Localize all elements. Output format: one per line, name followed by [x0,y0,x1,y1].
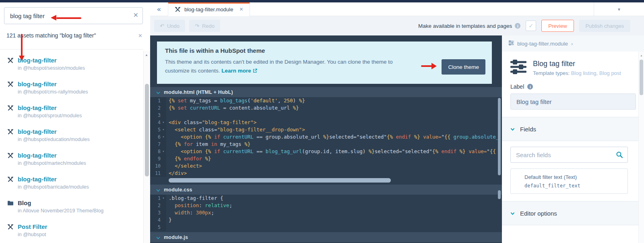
info-icon[interactable]: i [515,23,520,29]
module-header: Blog tag filter Template types: Blog lis… [502,52,644,80]
code-line[interactable]: 2 position: relative; [150,202,502,209]
code-line[interactable]: 3 [150,112,502,119]
code-text: <option {% if currentURL == blog_tag_url… [166,148,496,155]
code-text [166,112,169,119]
code-line[interactable]: 2{% set currentURL = content.absolute_ur… [150,104,502,112]
search-fields-input[interactable] [511,152,627,158]
results-close-icon[interactable]: ✕ [138,33,142,39]
preview-button[interactable]: Preview [541,20,574,32]
folder-icon [7,200,14,206]
code-line[interactable]: 7 {% for item in my_tags %} [150,141,502,148]
editor-options-section-header[interactable]: Editor options [502,201,644,225]
sliders-icon [508,40,514,47]
asset-list-item[interactable]: blog-tag-filterin @hubspot/sprout/module… [0,104,143,128]
checkmark-icon: ✓ [528,22,534,29]
tab-close-icon[interactable]: ✕ [239,6,243,12]
collapse-sidebar-button[interactable]: « [150,2,168,16]
line-number: 1 [150,195,161,202]
redo-button[interactable]: ↷ Redo [189,20,220,32]
code-section-header[interactable]: module.html (HTML + HubL) [150,87,502,97]
asset-name[interactable]: blog-tag-filter [18,104,143,112]
asset-list-item[interactable]: blog-tag-filterin @hubspot/martech/modul… [0,152,143,175]
code-text: {% set my_tags = blog_tags('default', 25… [166,97,305,104]
asset-name[interactable]: blog-tag-filter [18,56,143,64]
asset-name[interactable]: Post Filter [18,223,143,231]
tab-blog-tag-filter-module[interactable]: blog-tag-filter.module ✕ [168,2,250,16]
asset-path: in @hubspot [18,231,143,238]
learn-more-link[interactable]: Learn more [221,68,251,74]
label-info-icon[interactable]: i [527,84,533,89]
asset-path: in Allovue November2019 Theme/Blog [18,208,143,214]
module-icon [7,105,14,111]
sidebar-scrollbar-thumb[interactable] [145,84,149,177]
code-line[interactable]: 5 [150,224,502,231]
module-icon [7,129,14,135]
tab-overflow-dropdown[interactable]: ▼ [594,2,644,16]
editor-hscrollbar-thumb[interactable] [169,178,391,183]
editor-vscrollbar-thumb[interactable] [498,98,501,175]
publish-changes-button[interactable]: Publish changes [579,20,630,32]
fold-caret-icon[interactable]: ▾ [161,195,166,202]
code-line[interactable]: 5▾ <select class="blog-tag-filter__drop-… [150,126,502,133]
design-manager-app: ✕ 121 assets matching "blog tag filter" … [0,0,644,243]
search-clear-icon[interactable]: ✕ [133,11,138,19]
code-section-header[interactable]: module.css [150,185,502,195]
code-line[interactable]: 4} [150,216,502,224]
fields-section-header[interactable]: Fields [502,117,644,141]
code-line[interactable]: 6▾ <option {% if currentURL == group.abs… [150,133,502,141]
make-available-checkbox[interactable]: ✓ [526,21,536,31]
code-line[interactable]: 4▾<div class="blog-tag-filter"> [150,119,502,126]
undo-button[interactable]: ↶ Undo [154,20,185,32]
undo-icon: ↶ [160,23,164,29]
line-number: 4 [150,119,161,126]
code-line[interactable]: 8▾ <option {% if currentURL == blog_tag_… [150,148,502,155]
module-template-types: Template types: Blog listing, Blog post [533,70,621,76]
redo-label: Redo [202,23,215,29]
search-icon[interactable] [616,151,623,158]
code-line[interactable]: 10 </select> [150,162,502,170]
breadcrumb-module-link[interactable]: blog-tag-filter.module [517,41,568,47]
sidebar-scrollbar[interactable]: ▲ [143,51,150,243]
code-line[interactable]: 3 width: 300px; [150,209,502,216]
asset-list-item[interactable]: blog-tag-filterin @hubspot/education/mod… [0,128,143,152]
code-section-header[interactable]: module.js [150,232,502,242]
fold-caret-icon[interactable]: ▾ [161,148,166,155]
inspector-scrollbar[interactable]: ▲ [638,52,644,243]
fold-caret-icon[interactable]: ▾ [161,126,166,133]
code-line[interactable]: 9 {% endfor %} [150,155,502,162]
asset-list-item[interactable]: blog-tag-filterin @hubspot/cms-rally/mod… [0,80,143,104]
field-card-name: default_filter_text [524,183,623,189]
clone-theme-button[interactable]: Clone theme [442,59,485,75]
asset-name[interactable]: blog-tag-filter [18,175,143,183]
inspector-scrollbar-thumb[interactable] [640,60,643,95]
theme-warning-banner: This file is within a HubSpot theme This… [157,42,492,84]
editor-vscrollbar-thumb-css[interactable] [498,190,501,199]
fold-caret-icon[interactable]: ▾ [161,119,166,126]
asset-name[interactable]: Blog [18,199,143,207]
code-line[interactable]: 11</div> [150,170,502,177]
template-types-value[interactable]: Blog listing, Blog post [571,70,621,76]
asset-list-item[interactable]: Post Filterin @hubspot [0,223,143,243]
asset-list-item[interactable]: Blogin Allovue November2019 Theme/Blog [0,199,143,223]
scroll-up-arrow-icon[interactable]: ▲ [640,54,643,57]
code-editor-panel: This file is within a HubSpot theme This… [150,35,502,243]
fold-caret-icon[interactable]: ▾ [161,133,166,141]
label-input[interactable] [511,98,636,105]
code-line[interactable]: 1▾.blog-tag-filter { [150,195,502,202]
asset-name[interactable]: blog-tag-filter [18,80,143,88]
asset-name[interactable]: blog-tag-filter [18,152,143,159]
code-text: </select> [166,162,202,170]
asset-list-item[interactable]: blog-tag-filterin @hubspot/barricade/mod… [0,175,143,199]
code-sections: module.html (HTML + HubL)1{% set my_tags… [150,87,502,243]
fields-section-label: Fields [520,126,536,133]
fold-gutter [161,141,166,148]
scroll-up-arrow-icon[interactable]: ▲ [145,53,148,57]
make-available-label-row: Make available in templates and pages i [418,23,520,29]
tab-bar: « blog-tag-filter.module ✕ ▼ [150,2,644,16]
code-lines[interactable]: 1{% set my_tags = blog_tags('default', 2… [150,97,502,177]
fold-gutter [161,202,166,209]
code-lines[interactable]: 1▾.blog-tag-filter {2 position: relative… [150,195,502,231]
code-line[interactable]: 1{% set my_tags = blog_tags('default', 2… [150,97,502,104]
field-card-default-filter-text[interactable]: Default filter text (Text) default_filte… [510,168,628,194]
asset-name[interactable]: blog-tag-filter [18,128,143,135]
